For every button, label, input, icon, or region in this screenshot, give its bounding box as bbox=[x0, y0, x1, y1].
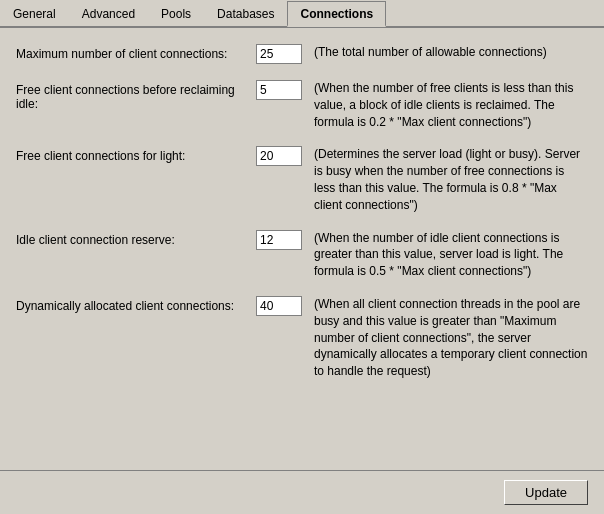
field-description: (When all client connection threads in t… bbox=[314, 296, 588, 380]
field-description: (When the number of free clients is less… bbox=[314, 80, 588, 130]
field-label: Dynamically allocated client connections… bbox=[16, 296, 256, 313]
field-label: Idle client connection reserve: bbox=[16, 230, 256, 247]
content-area: Maximum number of client connections:(Th… bbox=[0, 28, 604, 514]
field-description: (When the number of idle client connecti… bbox=[314, 230, 588, 280]
form-row: Idle client connection reserve:(When the… bbox=[16, 230, 588, 280]
field-label: Free client connections for light: bbox=[16, 146, 256, 163]
field-description: (Determines the server load (light or bu… bbox=[314, 146, 588, 213]
field-input[interactable] bbox=[256, 296, 302, 316]
field-label: Maximum number of client connections: bbox=[16, 44, 256, 61]
field-input[interactable] bbox=[256, 80, 302, 100]
field-input[interactable] bbox=[256, 230, 302, 250]
tab-general[interactable]: General bbox=[0, 1, 69, 27]
tab-databases[interactable]: Databases bbox=[204, 1, 287, 27]
tab-advanced[interactable]: Advanced bbox=[69, 1, 148, 27]
form-row: Dynamically allocated client connections… bbox=[16, 296, 588, 380]
update-button[interactable]: Update bbox=[504, 480, 588, 505]
form-row: Free client connections for light:(Deter… bbox=[16, 146, 588, 213]
tab-connections[interactable]: Connections bbox=[287, 1, 386, 27]
tab-pools[interactable]: Pools bbox=[148, 1, 204, 27]
tab-bar: GeneralAdvancedPoolsDatabasesConnections bbox=[0, 0, 604, 28]
bottom-bar: Update bbox=[0, 470, 604, 514]
field-input[interactable] bbox=[256, 146, 302, 166]
form-row: Free client connections before reclaimin… bbox=[16, 80, 588, 130]
form-row: Maximum number of client connections:(Th… bbox=[16, 44, 588, 64]
field-description: (The total number of allowable connectio… bbox=[314, 44, 588, 61]
field-label: Free client connections before reclaimin… bbox=[16, 80, 256, 111]
field-input[interactable] bbox=[256, 44, 302, 64]
